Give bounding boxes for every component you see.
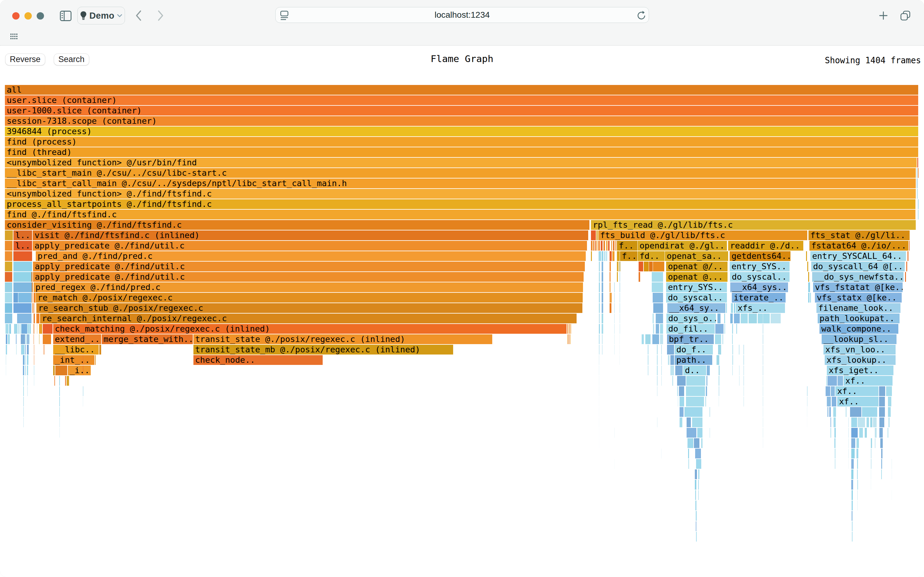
frame-xf..[interactable]: xf..	[835, 386, 879, 396]
frame-sliver[interactable]	[687, 428, 696, 438]
frame-sliver[interactable]	[83, 386, 84, 396]
frame-sliver[interactable]	[656, 324, 659, 334]
frame-sliver[interactable]	[570, 334, 570, 344]
frame-sliver[interactable]	[661, 376, 662, 386]
frame-__libc_start_call_main[interactable]: __libc_start_call_main @./csu/../sysdeps…	[5, 179, 916, 188]
frame-sliver[interactable]	[722, 334, 723, 344]
frame-sliver[interactable]	[826, 376, 827, 386]
frame-sliver[interactable]	[670, 355, 674, 365]
frame-sliver[interactable]	[34, 314, 35, 323]
frame-sliver[interactable]	[909, 241, 910, 251]
frame-sliver[interactable]	[6, 334, 7, 344]
frame-sliver[interactable]	[610, 303, 612, 313]
frame-do_sys_o..[interactable]: do_sys_o..	[666, 314, 716, 323]
frame-sliver[interactable]	[55, 366, 67, 375]
frame-sliver[interactable]	[593, 241, 594, 251]
frame-sliver[interactable]	[34, 293, 35, 303]
frame-sliver[interactable]	[698, 480, 699, 490]
frame-sliver[interactable]	[604, 251, 605, 261]
frame-sliver[interactable]	[67, 376, 69, 386]
frame-sliver[interactable]	[661, 355, 662, 365]
frame-sliver[interactable]	[619, 314, 620, 323]
frame-sliver[interactable]	[917, 168, 917, 178]
frame-merge_state_with..[interactable]: merge_state_with..	[102, 334, 193, 344]
frame-sliver[interactable]	[648, 345, 649, 355]
frame-sliver[interactable]	[23, 355, 24, 365]
frame-sliver[interactable]	[880, 438, 883, 448]
frame-sliver[interactable]	[763, 428, 763, 438]
frame-sliver[interactable]	[599, 324, 600, 334]
frame-sliver[interactable]	[599, 386, 599, 396]
frame-sliver[interactable]	[857, 490, 858, 500]
frame-do_syscal..[interactable]: do_syscal..	[666, 293, 727, 303]
frame-sliver[interactable]	[599, 272, 600, 282]
frame-sliver[interactable]	[739, 366, 739, 375]
frame-sliver[interactable]	[696, 511, 697, 521]
frame-sliver[interactable]	[599, 293, 600, 303]
frame-sliver[interactable]	[695, 469, 697, 479]
frame-sliver[interactable]	[23, 397, 24, 406]
frame-sliver[interactable]	[731, 303, 733, 313]
frame-<unsymbolized[interactable]: <unsymbolized function> @/usr/bin/find	[5, 158, 917, 168]
frame-sliver[interactable]	[719, 397, 719, 406]
frame-sliver[interactable]	[834, 428, 836, 438]
frame-sliver[interactable]	[25, 345, 26, 355]
frame-iterate_..[interactable]: iterate_..	[732, 293, 786, 303]
frame-sliver[interactable]	[23, 407, 24, 417]
frame-sliver[interactable]	[716, 355, 719, 365]
frame-sliver[interactable]	[598, 241, 600, 251]
frame-do_syscall_64[interactable]: do_syscall_64 @[..	[811, 262, 905, 271]
frame-sliver[interactable]	[610, 282, 610, 292]
frame-sliver[interactable]	[686, 386, 705, 396]
frame-sliver[interactable]	[29, 334, 30, 344]
frame-sliver[interactable]	[639, 262, 643, 271]
frame-extend_..[interactable]: extend_..	[53, 334, 101, 344]
frame-sliver[interactable]	[763, 366, 763, 375]
frame-__x64_sys..[interactable]: __x64_sys..	[730, 282, 788, 292]
frame-xfs_..[interactable]: xfs_..	[736, 303, 785, 313]
frame-sliver[interactable]	[732, 324, 733, 334]
frame-sliver[interactable]	[602, 334, 602, 344]
frame-pred_regex[interactable]: pred_regex @./find/pred.c	[34, 282, 583, 292]
frame-fts_stat[interactable]: fts_stat @./gl/li..	[808, 230, 910, 240]
frame-sliver[interactable]	[27, 324, 29, 334]
frame-sliver[interactable]	[34, 376, 34, 386]
frame-sliver[interactable]	[612, 251, 615, 261]
frame-sliver[interactable]	[862, 407, 877, 417]
frame-sliver[interactable]	[763, 334, 763, 344]
frame-sliver[interactable]	[739, 345, 739, 355]
frame-sliver[interactable]	[850, 407, 861, 417]
frame-sliver[interactable]	[670, 366, 674, 375]
frame-sliver[interactable]	[599, 397, 599, 406]
frame-sliver[interactable]	[27, 355, 28, 365]
frame-sliver[interactable]	[870, 417, 872, 427]
frame-sliver[interactable]	[614, 314, 615, 323]
reload-icon[interactable]	[636, 10, 646, 20]
frame-sliver[interactable]	[660, 324, 663, 334]
frame-sliver[interactable]	[16, 345, 17, 355]
frame-sliver[interactable]	[892, 469, 892, 479]
frame-sliver[interactable]	[677, 386, 678, 396]
frame-consider_visiting[interactable]: consider_visiting @./find/ftsfind.c	[5, 220, 589, 230]
frame-sliver[interactable]	[596, 241, 597, 251]
frame-sliver[interactable]	[657, 366, 658, 375]
frame-sliver[interactable]	[6, 345, 7, 355]
traffic-light-close[interactable]	[12, 12, 19, 19]
frame-path..[interactable]: path..	[674, 355, 712, 365]
frame-sliver[interactable]	[734, 303, 735, 313]
frame-sliver[interactable]	[39, 324, 42, 334]
frame-sliver[interactable]	[763, 355, 763, 365]
frame-sliver[interactable]	[771, 314, 781, 323]
frame-sliver[interactable]	[34, 355, 35, 365]
frame-do_fil..[interactable]: do_fil..	[666, 324, 715, 334]
frame-sliver[interactable]	[881, 459, 882, 469]
frame-sliver[interactable]	[599, 262, 600, 271]
frame-filename_look..[interactable]: filename_look..	[816, 303, 900, 313]
frame-sliver[interactable]	[599, 376, 599, 386]
frame-sliver[interactable]	[719, 376, 719, 386]
frame-l..[interactable]: l..	[13, 241, 32, 251]
frame-sliver[interactable]	[848, 428, 849, 438]
frame-sliver[interactable]	[695, 449, 701, 458]
frame-sliver[interactable]	[653, 314, 654, 323]
frame-sliver[interactable]	[859, 428, 863, 438]
